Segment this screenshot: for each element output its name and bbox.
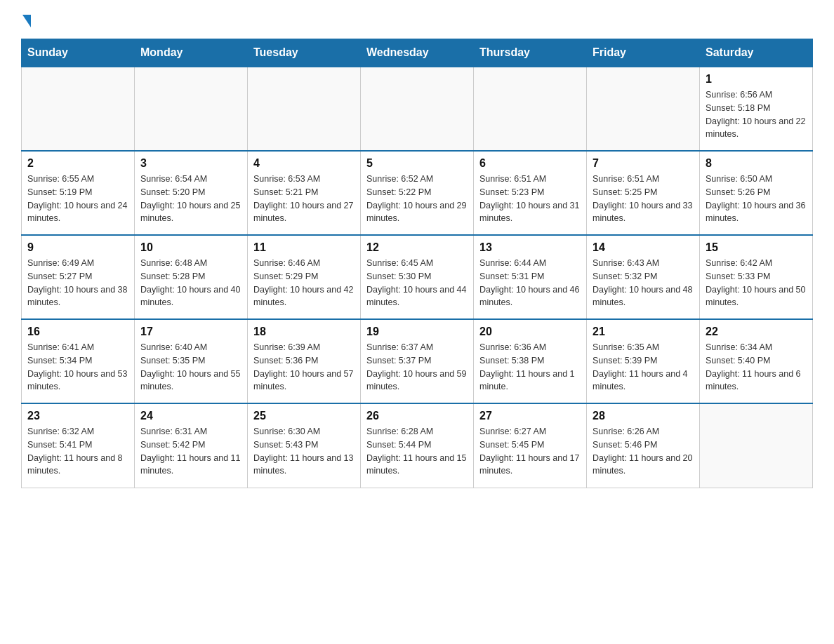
calendar-cell: 13Sunrise: 6:44 AMSunset: 5:31 PMDayligh… (474, 235, 587, 319)
calendar-cell: 1Sunrise: 6:56 AMSunset: 5:18 PMDaylight… (700, 67, 813, 151)
day-info: Sunrise: 6:55 AMSunset: 5:19 PMDaylight:… (27, 173, 128, 225)
day-info: Sunrise: 6:50 AMSunset: 5:26 PMDaylight:… (706, 173, 807, 225)
day-info: Sunrise: 6:43 AMSunset: 5:32 PMDaylight:… (593, 257, 694, 309)
calendar-cell: 17Sunrise: 6:40 AMSunset: 5:35 PMDayligh… (135, 319, 248, 403)
day-header-tuesday: Tuesday (248, 39, 361, 67)
calendar-cell: 2Sunrise: 6:55 AMSunset: 5:19 PMDaylight… (22, 151, 135, 235)
day-info: Sunrise: 6:54 AMSunset: 5:20 PMDaylight:… (140, 173, 241, 225)
day-header-thursday: Thursday (474, 39, 587, 67)
day-header-saturday: Saturday (700, 39, 813, 67)
week-row-3: 9Sunrise: 6:49 AMSunset: 5:27 PMDaylight… (22, 235, 813, 319)
day-info: Sunrise: 6:46 AMSunset: 5:29 PMDaylight:… (253, 257, 355, 309)
day-number: 5 (366, 157, 468, 170)
day-info: Sunrise: 6:42 AMSunset: 5:33 PMDaylight:… (706, 257, 807, 309)
day-info: Sunrise: 6:49 AMSunset: 5:27 PMDaylight:… (27, 257, 128, 309)
day-info: Sunrise: 6:39 AMSunset: 5:36 PMDaylight:… (253, 341, 355, 394)
calendar-cell: 3Sunrise: 6:54 AMSunset: 5:20 PMDaylight… (135, 151, 248, 235)
calendar-cell: 9Sunrise: 6:49 AMSunset: 5:27 PMDaylight… (22, 235, 135, 319)
day-number: 7 (593, 157, 694, 170)
day-number: 22 (706, 326, 807, 338)
calendar-cell: 23Sunrise: 6:32 AMSunset: 5:41 PMDayligh… (22, 403, 135, 488)
day-info: Sunrise: 6:31 AMSunset: 5:42 PMDaylight:… (140, 425, 241, 478)
calendar-cell: 14Sunrise: 6:43 AMSunset: 5:32 PMDayligh… (587, 235, 700, 319)
day-header-monday: Monday (135, 39, 248, 67)
day-info: Sunrise: 6:45 AMSunset: 5:30 PMDaylight:… (366, 257, 468, 309)
day-header-wednesday: Wednesday (361, 39, 474, 67)
calendar-cell (22, 67, 135, 151)
day-info: Sunrise: 6:44 AMSunset: 5:31 PMDaylight:… (479, 257, 581, 309)
day-info: Sunrise: 6:41 AMSunset: 5:34 PMDaylight:… (27, 341, 128, 394)
day-number: 3 (140, 157, 241, 170)
day-header-friday: Friday (587, 39, 700, 67)
day-info: Sunrise: 6:48 AMSunset: 5:28 PMDaylight:… (140, 257, 241, 309)
day-number: 8 (706, 157, 807, 170)
day-number: 28 (593, 410, 694, 422)
day-info: Sunrise: 6:32 AMSunset: 5:41 PMDaylight:… (27, 425, 128, 478)
calendar-cell (700, 403, 813, 488)
day-number: 16 (27, 326, 128, 338)
day-number: 24 (140, 410, 241, 422)
day-info: Sunrise: 6:51 AMSunset: 5:23 PMDaylight:… (479, 173, 581, 225)
calendar-cell: 16Sunrise: 6:41 AMSunset: 5:34 PMDayligh… (22, 319, 135, 403)
week-row-4: 16Sunrise: 6:41 AMSunset: 5:34 PMDayligh… (22, 319, 813, 403)
calendar-cell (135, 67, 248, 151)
calendar-table: SundayMondayTuesdayWednesdayThursdayFrid… (21, 39, 813, 488)
calendar-cell: 28Sunrise: 6:26 AMSunset: 5:46 PMDayligh… (587, 403, 700, 488)
day-info: Sunrise: 6:53 AMSunset: 5:21 PMDaylight:… (253, 173, 355, 225)
calendar-cell (474, 67, 587, 151)
day-info: Sunrise: 6:51 AMSunset: 5:25 PMDaylight:… (593, 173, 694, 225)
page-header (21, 14, 813, 25)
day-number: 14 (593, 241, 694, 254)
day-number: 17 (140, 326, 241, 338)
day-number: 9 (27, 241, 128, 254)
day-info: Sunrise: 6:27 AMSunset: 5:45 PMDaylight:… (479, 425, 581, 478)
calendar-cell: 26Sunrise: 6:28 AMSunset: 5:44 PMDayligh… (361, 403, 474, 488)
logo-general-text (21, 18, 31, 27)
calendar-cell: 10Sunrise: 6:48 AMSunset: 5:28 PMDayligh… (135, 235, 248, 319)
calendar-header-row: SundayMondayTuesdayWednesdayThursdayFrid… (22, 39, 813, 67)
day-info: Sunrise: 6:52 AMSunset: 5:22 PMDaylight:… (366, 173, 468, 225)
day-number: 23 (27, 410, 128, 422)
logo (21, 14, 31, 25)
day-number: 1 (706, 73, 807, 86)
day-number: 2 (27, 157, 128, 170)
calendar-cell: 6Sunrise: 6:51 AMSunset: 5:23 PMDaylight… (474, 151, 587, 235)
day-info: Sunrise: 6:34 AMSunset: 5:40 PMDaylight:… (706, 341, 807, 394)
day-info: Sunrise: 6:30 AMSunset: 5:43 PMDaylight:… (253, 425, 355, 478)
day-number: 26 (366, 410, 468, 422)
calendar-cell (587, 67, 700, 151)
day-number: 21 (593, 326, 694, 338)
day-number: 27 (479, 410, 581, 422)
day-number: 11 (253, 241, 355, 254)
day-number: 20 (479, 326, 581, 338)
day-number: 12 (366, 241, 468, 254)
day-info: Sunrise: 6:35 AMSunset: 5:39 PMDaylight:… (593, 341, 694, 394)
week-row-5: 23Sunrise: 6:32 AMSunset: 5:41 PMDayligh… (22, 403, 813, 488)
day-info: Sunrise: 6:37 AMSunset: 5:37 PMDaylight:… (366, 341, 468, 394)
calendar-cell (248, 67, 361, 151)
calendar-cell: 12Sunrise: 6:45 AMSunset: 5:30 PMDayligh… (361, 235, 474, 319)
calendar-cell: 4Sunrise: 6:53 AMSunset: 5:21 PMDaylight… (248, 151, 361, 235)
day-number: 19 (366, 326, 468, 338)
week-row-1: 1Sunrise: 6:56 AMSunset: 5:18 PMDaylight… (22, 67, 813, 151)
day-number: 10 (140, 241, 241, 254)
calendar-cell: 5Sunrise: 6:52 AMSunset: 5:22 PMDaylight… (361, 151, 474, 235)
day-info: Sunrise: 6:36 AMSunset: 5:38 PMDaylight:… (479, 341, 581, 394)
day-number: 6 (479, 157, 581, 170)
day-number: 18 (253, 326, 355, 338)
calendar-cell: 24Sunrise: 6:31 AMSunset: 5:42 PMDayligh… (135, 403, 248, 488)
calendar-cell: 19Sunrise: 6:37 AMSunset: 5:37 PMDayligh… (361, 319, 474, 403)
logo-arrow-icon (22, 15, 31, 27)
calendar-cell: 8Sunrise: 6:50 AMSunset: 5:26 PMDaylight… (700, 151, 813, 235)
day-info: Sunrise: 6:26 AMSunset: 5:46 PMDaylight:… (593, 425, 694, 478)
calendar-cell (361, 67, 474, 151)
calendar-cell: 18Sunrise: 6:39 AMSunset: 5:36 PMDayligh… (248, 319, 361, 403)
calendar-cell: 22Sunrise: 6:34 AMSunset: 5:40 PMDayligh… (700, 319, 813, 403)
day-number: 13 (479, 241, 581, 254)
day-info: Sunrise: 6:28 AMSunset: 5:44 PMDaylight:… (366, 425, 468, 478)
calendar-cell: 20Sunrise: 6:36 AMSunset: 5:38 PMDayligh… (474, 319, 587, 403)
calendar-cell: 11Sunrise: 6:46 AMSunset: 5:29 PMDayligh… (248, 235, 361, 319)
calendar-cell: 7Sunrise: 6:51 AMSunset: 5:25 PMDaylight… (587, 151, 700, 235)
calendar-cell: 15Sunrise: 6:42 AMSunset: 5:33 PMDayligh… (700, 235, 813, 319)
calendar-body: 1Sunrise: 6:56 AMSunset: 5:18 PMDaylight… (22, 67, 813, 488)
